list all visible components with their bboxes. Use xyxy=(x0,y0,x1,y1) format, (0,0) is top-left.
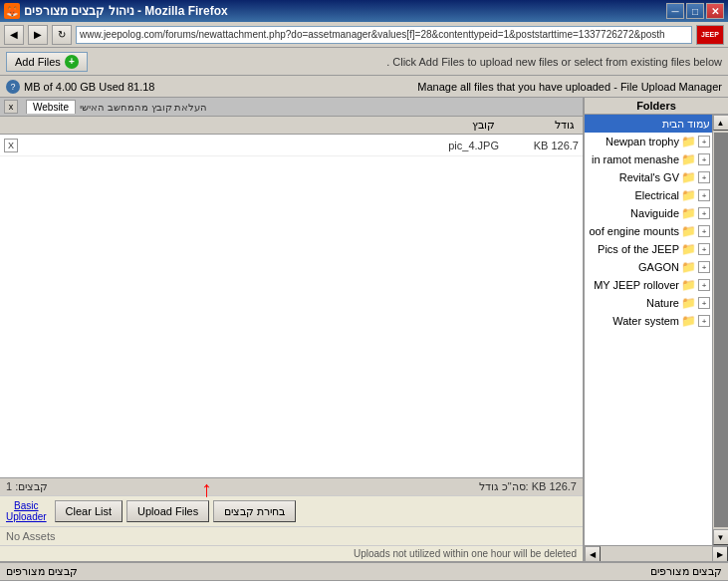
bottom-section: קבצים מצורפים קבצים מצורפים . Drag previ… xyxy=(0,561,728,587)
folders-hscrollbar: ◀ ▶ xyxy=(585,545,728,561)
folder-name: Newpan trophy xyxy=(587,136,679,147)
file-list: X pic_4.JPG KB 126.7 xyxy=(0,135,583,477)
expand-button[interactable]: + xyxy=(698,189,710,201)
upload-files-button[interactable]: Upload Files xyxy=(126,500,209,522)
folder-item-nature[interactable]: Nature 📁 + xyxy=(585,294,712,312)
folder-item-7[interactable]: Pics of the JEEP 📁 + xyxy=(585,240,712,258)
folder-icon: 📁 xyxy=(681,260,696,274)
hscroll-right-button[interactable]: ▶ xyxy=(712,546,728,561)
folder-icon: 📁 xyxy=(681,206,696,220)
folder-item-6[interactable]: oof engine mounts 📁 + xyxy=(585,222,712,240)
main-area: x Website העלאת קובץ מהמחשב האישי קובץ ג… xyxy=(0,98,728,561)
expand-button[interactable]: + xyxy=(698,153,710,165)
folder-name: עמוד הבית xyxy=(587,118,710,131)
scroll-thumb[interactable] xyxy=(714,133,728,527)
folder-icon: 📁 xyxy=(681,242,696,256)
window-title: ניהול קבצים מצורפים - Mozilla Firefox xyxy=(24,4,228,18)
folder-icon: 📁 xyxy=(681,170,696,184)
folder-icon: 📁 xyxy=(681,278,696,292)
basic-uploader-link2[interactable]: Uploader xyxy=(6,511,47,522)
minimize-button[interactable]: ─ xyxy=(666,3,684,19)
folders-scrollbar[interactable]: ▲ ▼ xyxy=(712,115,728,545)
folder-item-9[interactable]: MY JEEP rollover 📁 + xyxy=(585,276,712,294)
help-icon[interactable]: ? xyxy=(6,80,20,94)
add-files-button[interactable]: Add Files + xyxy=(6,52,88,72)
bottom-content: . Drag previously uploaded files into th… xyxy=(0,581,728,587)
upload-notice: Uploads not utilized within one hour wil… xyxy=(0,545,583,561)
scroll-up-button[interactable]: ▲ xyxy=(713,115,729,131)
folder-item-home[interactable]: עמוד הבית xyxy=(585,115,712,133)
bottom-left-label: קבצים מצורפים xyxy=(6,565,78,578)
basic-uploader-link[interactable]: Basic xyxy=(14,500,38,511)
expand-button[interactable]: + xyxy=(698,297,710,309)
storage-text: MB of 4.00 GB Used 81.18 xyxy=(24,81,154,93)
back-button[interactable]: ◀ xyxy=(4,25,24,45)
folders-header: Folders xyxy=(585,98,728,115)
col-size-header: גודל xyxy=(499,119,579,132)
titlebar: 🦊 ניהול קבצים מצורפים - Mozilla Firefox … xyxy=(0,0,728,22)
expand-button[interactable]: + xyxy=(698,315,710,327)
folder-item-2[interactable]: in ramot menashe 📁 + xyxy=(585,150,712,168)
maximize-button[interactable]: □ xyxy=(686,3,704,19)
expand-button[interactable]: + xyxy=(698,207,710,219)
top-bar-instruction: . Click Add Files to upload new files or… xyxy=(94,56,722,68)
file-footer: 1 :קבצים סה"כ גודל: KB 126.7 xyxy=(0,477,583,495)
folder-name: Water system xyxy=(587,315,679,327)
folder-item-11[interactable]: Water system 📁 + xyxy=(585,312,712,330)
browser-content: Add Files + . Click Add Files to upload … xyxy=(0,48,728,561)
expand-button[interactable]: + xyxy=(698,136,710,147)
folders-scroll[interactable]: עמוד הבית Newpan trophy 📁 + in ramot men… xyxy=(585,115,728,545)
close-button[interactable]: ✕ xyxy=(706,3,724,19)
info-bar: ? MB of 4.00 GB Used 81.18 Manage all fi… xyxy=(0,76,728,98)
select-files-button[interactable]: בחירת קבצים xyxy=(213,500,296,522)
add-icon: + xyxy=(65,55,79,69)
expand-button[interactable]: + xyxy=(698,279,710,291)
firefox-icon: 🦊 xyxy=(4,3,20,19)
hscroll-left-button[interactable]: ◀ xyxy=(585,546,601,561)
expand-button[interactable]: + xyxy=(698,225,710,237)
folder-name: oof engine mounts xyxy=(587,225,679,237)
expand-button[interactable]: + xyxy=(698,243,710,255)
folder-icon: 📁 xyxy=(681,135,696,148)
bottom-header: קבצים מצורפים קבצים מצורפים xyxy=(0,563,728,581)
arrow-indicator: ↑ xyxy=(201,478,212,500)
remove-file-button[interactable]: X xyxy=(4,139,18,152)
buttons-row: Basic Uploader Clear List Upload Files ב… xyxy=(0,495,583,526)
forward-button[interactable]: ▶ xyxy=(28,25,48,45)
file-size: KB 126.7 xyxy=(499,140,579,151)
reload-button[interactable]: ↻ xyxy=(52,25,72,45)
folder-name: in ramot menashe xyxy=(587,153,679,165)
no-assets-bar: No Assets xyxy=(0,526,583,545)
file-count: 1 :קבצים xyxy=(6,480,48,493)
address-input[interactable] xyxy=(76,26,692,44)
folder-item-3[interactable]: Revital's GV 📁 + xyxy=(585,168,712,186)
folder-name: Electrical xyxy=(587,189,679,201)
folder-item-8[interactable]: GAGON 📁 + xyxy=(585,258,712,276)
folder-icon: 📁 xyxy=(681,188,696,202)
folder-item-1[interactable]: Newpan trophy 📁 + xyxy=(585,133,712,150)
folder-item-4[interactable]: Electrical 📁 + xyxy=(585,186,712,204)
scroll-down-button[interactable]: ▼ xyxy=(713,529,729,545)
file-name: pic_4.JPG xyxy=(22,140,499,151)
file-table-header: קובץ גודל xyxy=(0,117,583,135)
manager-title: Manage all files that you have uploaded … xyxy=(417,81,722,93)
bottom-right-label: קבצים מצורפים xyxy=(650,565,722,578)
folder-icon: 📁 xyxy=(681,152,696,166)
tab-website[interactable]: Website xyxy=(26,100,76,114)
jeep-logo: JEEP xyxy=(696,25,724,45)
window-controls: ─ □ ✕ xyxy=(666,3,724,19)
panel-close-button[interactable]: x xyxy=(4,100,18,114)
top-bar: Add Files + . Click Add Files to upload … xyxy=(0,48,728,76)
expand-button[interactable]: + xyxy=(698,171,710,183)
folder-icon: 📁 xyxy=(681,314,696,328)
folder-name: Naviguide xyxy=(587,207,679,219)
table-row: X pic_4.JPG KB 126.7 xyxy=(0,135,583,156)
folders-panel: Folders עמוד הבית Newpan trophy 📁 + in r… xyxy=(584,98,728,561)
col-file-header: קובץ xyxy=(22,119,499,132)
tab-computer[interactable]: העלאת קובץ מהמחשב האישי xyxy=(80,102,207,113)
tab-row: x Website העלאת קובץ מהמחשב האישי xyxy=(0,98,583,117)
expand-button[interactable]: + xyxy=(698,261,710,273)
folder-item-5[interactable]: Naviguide 📁 + xyxy=(585,204,712,222)
clear-list-button[interactable]: Clear List xyxy=(55,500,122,522)
folder-icon: 📁 xyxy=(681,296,696,310)
